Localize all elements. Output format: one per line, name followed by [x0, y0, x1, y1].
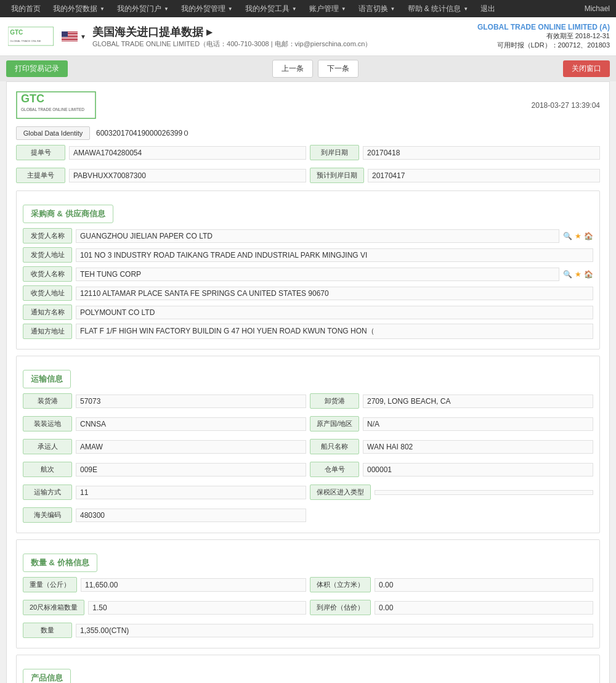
record-gto-logo: GTC GLOBAL TRADE ONLINE LIMITED	[16, 91, 96, 119]
star-icon[interactable]: ★	[575, 232, 582, 240]
nav-help[interactable]: 帮助 & 统计信息▼	[403, 4, 474, 14]
origin-place-value: CNNSA	[76, 417, 306, 431]
transport-grid: 装货港 57073 卸货港 2709, LONG BEACH, CA 装装运地 …	[23, 393, 593, 526]
main-bill-row: 主提单号 PABVHUXX70087300	[16, 168, 306, 183]
action-bar-center: 上一条 下一条	[272, 60, 359, 78]
quantity-section-title: 数量 & 价格信息	[31, 558, 89, 567]
nav-logout[interactable]: 退出	[476, 4, 500, 14]
origin-place-row: 装装运地 CNNSA	[23, 416, 306, 431]
bill-label: 提单号	[16, 145, 65, 160]
customs-code-row: 海关编码 480300	[23, 507, 306, 523]
arrival-price-value: 0.00	[375, 601, 593, 615]
nav-account[interactable]: 账户管理▼	[304, 4, 351, 14]
notify-addr-label: 通知方地址	[23, 324, 72, 339]
logo: GTC GLOBAL TRADE ONLINE	[6, 21, 55, 52]
shipper-addr-row: 发货人地址 101 NO 3 INDUSTRY ROAD TAIKANG TRA…	[23, 247, 593, 263]
arrival-date-value: 20170418	[363, 146, 600, 160]
prev-button-top[interactable]: 上一条	[272, 60, 313, 78]
us-flag-icon	[62, 31, 78, 41]
bill-row: 提单号 AMAWA1704280054	[16, 145, 306, 160]
container20-value: 1.50	[88, 601, 306, 615]
nav-trade-data[interactable]: 我的外贸数据▼	[48, 4, 110, 14]
transport-section: 运输信息 装货港 57073 卸货港 2709, LONG BEACH, CA …	[16, 356, 600, 533]
consignee-addr-value: 12110 ALTAMAR PLACE SANTA FE SPRINGS CA …	[76, 287, 593, 300]
nav-language[interactable]: 语言切换▼	[354, 4, 400, 14]
print-button-top[interactable]: 打印贸易记录	[6, 60, 68, 77]
weight-label: 重量（公斤）	[23, 577, 77, 592]
bill-value: AMAWA1704280054	[69, 146, 306, 160]
notify-name-value: POLYMOUNT CO LTD	[76, 306, 593, 319]
record-header: GTC GLOBAL TRADE ONLINE LIMITED 2018-03-…	[16, 91, 600, 119]
header-subtitle: GLOBAL TRADE ONLINE LIMITED（电话：400-710-3…	[92, 39, 372, 49]
transport-section-header: 运输信息	[23, 370, 71, 388]
shipper-addr-value: 101 NO 3 INDUSTRY ROAD TAIKANG TRADE AND…	[76, 248, 593, 262]
product-section-title: 产品信息	[31, 673, 63, 682]
qty-label: 数量	[23, 623, 72, 638]
nav-portal[interactable]: 我的外贸门户▼	[112, 4, 174, 14]
header-title-block: 美国海关进口提单数据 ▸ GLOBAL TRADE ONLINE LIMITED…	[92, 25, 372, 49]
shipper-name-value: GUANGZHOU JIELIAN PAPER CO LTD	[76, 229, 559, 243]
page-title: 美国海关进口提单数据 ▸	[92, 25, 372, 39]
voyage-row: 航次 009E	[23, 462, 306, 477]
svg-text:GTC: GTC	[10, 29, 23, 36]
notify-name-row: 通知方名称 POLYMOUNT CO LTD	[23, 305, 593, 320]
close-button-top[interactable]: 关闭窗口	[563, 60, 610, 77]
consignee-search-icon[interactable]: 🔍	[563, 270, 572, 279]
arrival-date-label: 到岸日期	[310, 145, 359, 160]
global-identity-label: Global Data Identity	[16, 126, 90, 140]
transport-mode-value: 11	[76, 486, 306, 499]
consignee-name-label: 收货人名称	[23, 266, 72, 282]
home-icon[interactable]: 🏠	[584, 232, 593, 240]
volume-row: 体积（立方米） 0.00	[310, 577, 593, 592]
bill-date-grid: 提单号 AMAWA1704280054 到岸日期 20170418 主提单号 P…	[16, 145, 600, 187]
shipper-name-label: 发货人名称	[23, 228, 72, 243]
origin-country-value: N/A	[363, 417, 593, 431]
nav-home[interactable]: 我的首页	[6, 4, 46, 14]
nav-tools[interactable]: 我的外贸工具▼	[240, 4, 302, 14]
qty-row: 数量 1,355.00(CTN)	[23, 623, 593, 638]
user-name: Michael	[585, 4, 610, 13]
bonded-row: 保税区进入类型	[310, 485, 593, 500]
manifest-label: 仓单号	[310, 462, 359, 477]
quantity-section-header: 数量 & 价格信息	[23, 554, 97, 572]
next-button-top[interactable]: 下一条	[318, 60, 359, 78]
carrier-row: 承运人 AMAW	[23, 439, 306, 454]
svg-text:GLOBAL TRADE ONLINE: GLOBAL TRADE ONLINE	[10, 39, 41, 42]
svg-text:GTC: GTC	[21, 92, 44, 105]
origin-country-row: 原产国/地区 N/A	[310, 416, 593, 431]
consignee-star-icon[interactable]: ★	[575, 270, 582, 279]
bonded-label: 保税区进入类型	[310, 485, 371, 500]
weight-row: 重量（公斤） 11,650.00	[23, 577, 306, 592]
volume-label: 体积（立方米）	[310, 577, 371, 592]
top-action-bar: 打印贸易记录 上一条 下一条 关闭窗口	[0, 56, 616, 81]
search-icon[interactable]: 🔍	[563, 232, 572, 240]
vessel-label: 船只名称	[310, 439, 359, 454]
est-arrival-value: 20170417	[368, 169, 600, 182]
nav-management[interactable]: 我的外贸管理▼	[176, 4, 238, 14]
qty-value: 1,355.00(CTN)	[76, 624, 593, 637]
action-bar-right: 关闭窗口	[563, 60, 610, 77]
header-right: GLOBAL TRADE ONLINE LIMITED (A) 有效期至 201…	[477, 23, 610, 50]
main-bill-value: PABVHUXX70087300	[69, 169, 306, 182]
main-bill-label: 主提单号	[16, 168, 65, 183]
record-datetime: 2018-03-27 13:39:04	[532, 101, 600, 110]
vessel-value: WAN HAI 802	[363, 440, 593, 454]
global-identity-row: Global Data Identity 6003201704190000263…	[16, 126, 600, 140]
consignee-name-row: 收货人名称 TEH TUNG CORP 🔍 ★ 🏠	[23, 266, 593, 282]
weight-value: 11,650.00	[81, 578, 306, 592]
header-left: GTC GLOBAL TRADE ONLINE ▼ 美国海关进口提单数据 ▸ G…	[6, 21, 371, 52]
record-content: GTC GLOBAL TRADE ONLINE LIMITED 2018-03-…	[6, 81, 610, 683]
notify-name-label: 通知方名称	[23, 305, 72, 320]
volume-value: 0.00	[375, 578, 593, 592]
loading-port-value: 57073	[76, 395, 306, 408]
action-bar-left: 打印贸易记录	[6, 60, 68, 77]
arrival-price-label: 到岸价（估价）	[310, 600, 371, 615]
flag-dropdown[interactable]: ▼	[80, 33, 86, 40]
manifest-row: 仓单号 000001	[310, 462, 593, 477]
shipper-name-row: 发货人名称 GUANGZHOU JIELIAN PAPER CO LTD 🔍 ★…	[23, 228, 593, 243]
voyage-value: 009E	[76, 463, 306, 476]
global-identity-value: 600320170419000026399０	[96, 128, 190, 139]
supplier-section-header: 采购商 & 供应商信息	[23, 205, 113, 223]
top-navigation: 我的首页 我的外贸数据▼ 我的外贸门户▼ 我的外贸管理▼ 我的外贸工具▼ 账户管…	[0, 0, 616, 17]
consignee-home-icon[interactable]: 🏠	[584, 270, 593, 279]
